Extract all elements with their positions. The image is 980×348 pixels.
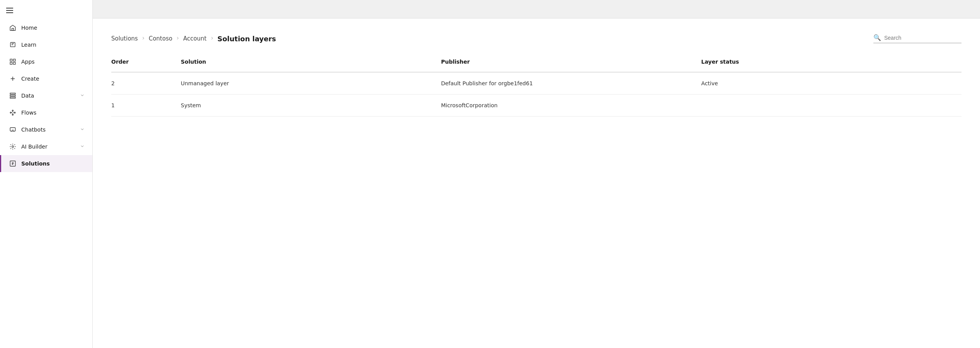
table-container: OrderSolutionPublisherLayer status 2Unma… bbox=[111, 56, 961, 117]
chatbots-icon bbox=[9, 126, 17, 133]
table-header-layer-status: Layer status bbox=[701, 56, 961, 68]
chevron-down-icon-data bbox=[80, 93, 85, 99]
solutions-icon bbox=[9, 160, 17, 167]
chevron-down-icon-ai-builder bbox=[80, 144, 85, 150]
svg-rect-7 bbox=[10, 93, 15, 94]
sidebar-item-create[interactable]: Create bbox=[0, 70, 92, 87]
sidebar-item-learn[interactable]: Learn bbox=[0, 36, 92, 53]
sidebar-item-label-ai-builder: AI Builder bbox=[21, 144, 75, 150]
breadcrumb-header: SolutionsContosoAccountSolution layers 🔍 bbox=[111, 34, 961, 43]
svg-point-10 bbox=[10, 112, 11, 113]
table-cell-publisher: Default Publisher for orgbe1fed61 bbox=[441, 79, 701, 88]
sidebar-item-label-create: Create bbox=[21, 76, 85, 82]
sidebar-nav: HomeLearnAppsCreateDataFlowsChatbotsAI B… bbox=[0, 19, 92, 172]
table-header-row: OrderSolutionPublisherLayer status bbox=[111, 56, 961, 73]
table-header-order: Order bbox=[111, 56, 181, 68]
home-icon bbox=[9, 24, 17, 32]
hamburger-button[interactable] bbox=[0, 3, 92, 18]
sidebar-item-apps[interactable]: Apps bbox=[0, 53, 92, 70]
hamburger-icon bbox=[6, 8, 13, 13]
sidebar: HomeLearnAppsCreateDataFlowsChatbotsAI B… bbox=[0, 0, 93, 348]
svg-rect-1 bbox=[10, 59, 12, 61]
data-icon bbox=[9, 92, 17, 100]
svg-rect-8 bbox=[10, 95, 15, 96]
chevron-down-icon-chatbots bbox=[80, 127, 85, 133]
breadcrumb-separator bbox=[210, 36, 214, 42]
table-cell-solution: System bbox=[181, 101, 441, 110]
create-icon bbox=[9, 75, 17, 83]
breadcrumb-link-contoso[interactable]: Contoso bbox=[149, 35, 172, 42]
table-row: 2Unmanaged layerDefault Publisher for or… bbox=[111, 73, 961, 95]
table-cell-order: 2 bbox=[111, 79, 181, 88]
svg-rect-9 bbox=[10, 97, 15, 98]
sidebar-item-label-solutions: Solutions bbox=[21, 160, 85, 167]
ai-builder-icon bbox=[9, 143, 17, 150]
breadcrumb: SolutionsContosoAccountSolution layers bbox=[111, 35, 276, 43]
table-header-publisher: Publisher bbox=[441, 56, 701, 68]
sidebar-item-ai-builder[interactable]: AI Builder bbox=[0, 138, 92, 155]
flows-icon bbox=[9, 109, 17, 117]
svg-point-12 bbox=[14, 112, 15, 113]
apps-icon bbox=[9, 58, 17, 66]
breadcrumb-current: Solution layers bbox=[217, 35, 276, 43]
sidebar-item-label-home: Home bbox=[21, 25, 85, 31]
sidebar-item-flows[interactable]: Flows bbox=[0, 104, 92, 121]
svg-rect-3 bbox=[10, 63, 12, 64]
search-input[interactable] bbox=[884, 35, 961, 41]
sidebar-item-solutions[interactable]: Solutions bbox=[0, 155, 92, 172]
sidebar-item-label-flows: Flows bbox=[21, 110, 85, 116]
table-cell-order: 1 bbox=[111, 101, 181, 110]
sidebar-item-label-data: Data bbox=[21, 93, 75, 99]
main-content: SolutionsContosoAccountSolution layers 🔍… bbox=[93, 0, 980, 348]
breadcrumb-separator bbox=[175, 36, 180, 42]
table-body: 2Unmanaged layerDefault Publisher for or… bbox=[111, 73, 961, 117]
table-row: 1SystemMicrosoftCorporation bbox=[111, 95, 961, 117]
table-cell-layer-status bbox=[701, 101, 961, 110]
svg-rect-14 bbox=[10, 128, 15, 131]
top-bar bbox=[93, 0, 980, 19]
sidebar-item-data[interactable]: Data bbox=[0, 87, 92, 104]
sidebar-item-label-chatbots: Chatbots bbox=[21, 127, 75, 133]
sidebar-item-label-apps: Apps bbox=[21, 59, 85, 65]
table-cell-publisher: MicrosoftCorporation bbox=[441, 101, 701, 110]
learn-icon bbox=[9, 41, 17, 49]
table-header-solution: Solution bbox=[181, 56, 441, 68]
svg-point-11 bbox=[12, 110, 14, 111]
sidebar-item-chatbots[interactable]: Chatbots bbox=[0, 121, 92, 138]
svg-rect-2 bbox=[14, 59, 15, 61]
breadcrumb-separator bbox=[141, 36, 146, 42]
sidebar-item-home[interactable]: Home bbox=[0, 19, 92, 36]
search-icon: 🔍 bbox=[873, 34, 881, 41]
search-container[interactable]: 🔍 bbox=[873, 34, 961, 43]
svg-point-13 bbox=[12, 114, 14, 115]
svg-point-15 bbox=[12, 146, 14, 148]
sidebar-item-label-learn: Learn bbox=[21, 42, 85, 48]
content-area: SolutionsContosoAccountSolution layers 🔍… bbox=[93, 19, 980, 348]
svg-rect-4 bbox=[14, 63, 15, 64]
breadcrumb-link-solutions[interactable]: Solutions bbox=[111, 35, 138, 42]
table-cell-solution: Unmanaged layer bbox=[181, 79, 441, 88]
table-cell-layer-status: Active bbox=[701, 79, 961, 88]
breadcrumb-link-account[interactable]: Account bbox=[183, 35, 207, 42]
svg-rect-0 bbox=[12, 29, 14, 30]
